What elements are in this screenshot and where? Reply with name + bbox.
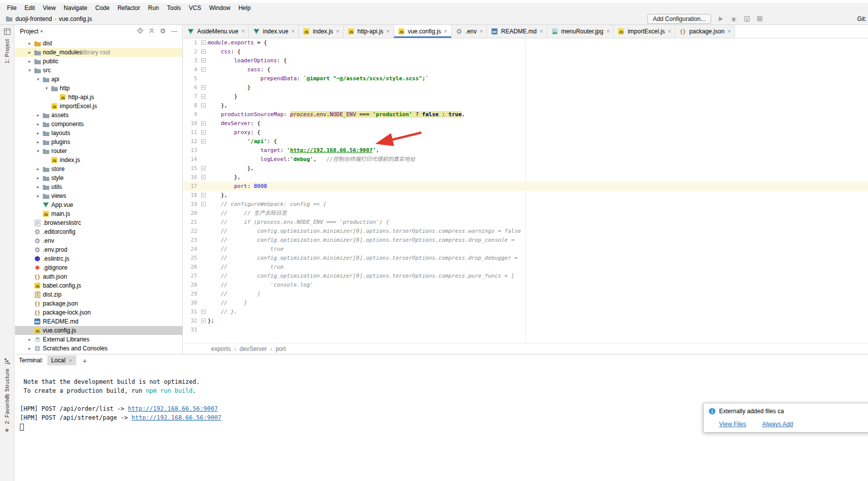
tree-item-env-prod[interactable]: .env.prod: [15, 245, 182, 254]
tree-item-layouts[interactable]: ▸layouts: [15, 129, 182, 138]
code-line-9[interactable]: 9 productionSourceMap: process.env.NODE_…: [183, 110, 868, 119]
chevron-right-icon[interactable]: ▸: [26, 41, 33, 46]
breadcrumb-vue-config-js[interactable]: vue.config.js: [59, 15, 92, 22]
fold-toggle-icon[interactable]: −: [201, 202, 206, 206]
fold-toggle-icon[interactable]: −: [201, 85, 206, 90]
code-line-4[interactable]: 4− sass: {: [183, 65, 868, 74]
menu-help[interactable]: Help: [235, 3, 255, 13]
code-line-6[interactable]: 6− }: [183, 83, 868, 92]
tree-item-package-lock-json[interactable]: {}package-lock.json: [15, 308, 182, 317]
fold-toggle-icon[interactable]: −: [201, 193, 206, 197]
code-line-21[interactable]: 21 // if (process.env.NODE_ENV === 'prod…: [183, 218, 868, 227]
chevron-right-icon[interactable]: ▸: [34, 166, 42, 171]
tree-item-app-vue[interactable]: App.vue: [15, 200, 182, 209]
chevron-right-icon[interactable]: ▸: [34, 184, 42, 189]
fold-toggle-icon[interactable]: −: [201, 103, 206, 108]
chevron-down-icon[interactable]: ▾: [40, 29, 43, 34]
breadcrumb-port[interactable]: port: [275, 345, 286, 352]
chevron-right-icon[interactable]: ▸: [26, 337, 33, 342]
close-icon[interactable]: ×: [728, 28, 731, 35]
close-icon[interactable]: ×: [480, 28, 483, 35]
close-icon[interactable]: ×: [291, 28, 295, 35]
tree-item-node-modules[interactable]: ▸node_modules library root: [15, 48, 182, 57]
code-line-16[interactable]: 16− },: [183, 173, 868, 182]
chevron-right-icon[interactable]: ▸: [34, 131, 42, 136]
menu-navigate[interactable]: Navigate: [60, 3, 91, 13]
locate-file-icon[interactable]: [137, 27, 143, 35]
tree-item-auth-json[interactable]: {}auth.json: [15, 272, 182, 281]
breadcrumb-devserver[interactable]: devServer: [240, 345, 267, 352]
tab-http-api-js[interactable]: JShttp-api.js×: [344, 25, 394, 38]
menu-file[interactable]: File: [3, 3, 20, 13]
tool-button-structure[interactable]: 7: Structure: [0, 358, 14, 398]
debug-icon[interactable]: [731, 16, 737, 22]
tree-item-scratches-and-consoles[interactable]: ▸Scratches and Consoles: [15, 344, 182, 353]
tree-item-importexcel-js[interactable]: JSimportExcel.js: [15, 102, 182, 111]
menu-window[interactable]: Window: [205, 3, 235, 13]
code-line-28[interactable]: 28 // 'console.log': [183, 281, 868, 290]
code-area[interactable]: 1−module.exports = {2− css: {3− loaderOp…: [183, 38, 868, 343]
hide-panel-icon[interactable]: —: [171, 28, 177, 35]
code-line-30[interactable]: 30 // }: [183, 299, 868, 308]
notification-link-view-files[interactable]: View Files: [719, 421, 746, 428]
code-line-15[interactable]: 15− },: [183, 164, 868, 173]
terminal-link[interactable]: http://192.168.66.56:9007: [128, 405, 218, 412]
close-icon[interactable]: ×: [69, 357, 72, 363]
tab-index-vue[interactable]: index.vue×: [249, 25, 299, 38]
tree-item-router[interactable]: ▾router: [15, 147, 182, 156]
chevron-right-icon[interactable]: ▸: [34, 140, 42, 145]
code-line-2[interactable]: 2− css: {: [183, 47, 868, 56]
chevron-right-icon[interactable]: ▸: [34, 113, 42, 118]
tree-item-components[interactable]: ▸components: [15, 120, 182, 129]
close-icon[interactable]: ×: [386, 28, 390, 35]
tree-item-index-js[interactable]: JSindex.js: [15, 156, 182, 164]
terminal-link[interactable]: http://192.168.66.56:9007: [131, 414, 222, 421]
tool-button-project[interactable]: 1: Project: [0, 28, 14, 63]
tab-importexcel-js[interactable]: JSimportExcel.js×: [614, 25, 675, 38]
tree-item-http-api-js[interactable]: JShttp-api.js: [15, 93, 182, 102]
tree-item-main-js[interactable]: JSmain.js: [15, 209, 182, 218]
close-icon[interactable]: ×: [668, 28, 671, 35]
notification-link-always-add[interactable]: Always Add: [762, 421, 793, 428]
menu-view[interactable]: View: [39, 3, 60, 13]
menu-code[interactable]: Code: [91, 3, 114, 13]
terminal-tab-local[interactable]: Local ×: [47, 355, 76, 365]
tree-item-dist[interactable]: ▸dist: [15, 39, 182, 48]
fold-toggle-icon[interactable]: −: [201, 40, 206, 45]
menu-vcs[interactable]: VCS: [185, 3, 205, 13]
chevron-right-icon[interactable]: ▸: [26, 50, 33, 55]
code-line-32[interactable]: 32−};: [183, 317, 868, 325]
run-icon[interactable]: [718, 16, 724, 22]
menu-edit[interactable]: Edit: [20, 3, 39, 13]
add-configuration-button[interactable]: Add Configuration...: [647, 14, 711, 24]
coverage-icon[interactable]: [744, 16, 750, 22]
code-line-26[interactable]: 26 // true: [183, 263, 868, 272]
chevron-down-icon[interactable]: ▾: [34, 149, 42, 154]
tree-item-editorconfig[interactable]: .editorconfig: [15, 227, 182, 236]
code-line-31[interactable]: 31− // },: [183, 308, 868, 317]
code-line-19[interactable]: 19− // configureWebpack: config => {: [183, 200, 868, 209]
tree-item-browserslistrc[interactable]: .browserslistrc: [15, 218, 182, 227]
fold-toggle-icon[interactable]: −: [201, 310, 206, 314]
menu-tools[interactable]: Tools: [163, 3, 185, 13]
tree-item-plugins[interactable]: ▸plugins: [15, 138, 182, 147]
fold-toggle-icon[interactable]: −: [201, 49, 206, 54]
tree-item-views[interactable]: ▸views: [15, 191, 182, 200]
fold-toggle-icon[interactable]: −: [201, 94, 206, 99]
tree-item-dist-zip[interactable]: dist.zip: [15, 290, 182, 299]
tab-vue-config-js[interactable]: JSvue.config.js×: [394, 25, 452, 38]
tree-item-api[interactable]: ▾api: [15, 75, 182, 84]
code-line-23[interactable]: 23 // config.optimization.minimizer[0].o…: [183, 236, 868, 245]
collapse-all-icon[interactable]: [149, 28, 154, 35]
tool-button-favorites[interactable]: 2: Favorites ★: [0, 394, 14, 434]
fold-toggle-icon[interactable]: −: [201, 130, 206, 135]
chevron-right-icon[interactable]: ▸: [34, 175, 42, 180]
project-panel-title[interactable]: Project: [20, 28, 38, 35]
code-line-22[interactable]: 22 // config.optimization.minimizer[0].o…: [183, 227, 868, 236]
breadcrumb-duoji-frontend[interactable]: duoji-frontend: [15, 15, 52, 22]
breadcrumb-exports[interactable]: exports: [211, 345, 231, 352]
code-line-24[interactable]: 24 // true: [183, 245, 868, 254]
tab-index-js[interactable]: JSindex.js×: [299, 25, 344, 38]
chevron-right-icon[interactable]: ▸: [26, 346, 33, 351]
tree-item-http[interactable]: ▾http: [15, 84, 182, 93]
